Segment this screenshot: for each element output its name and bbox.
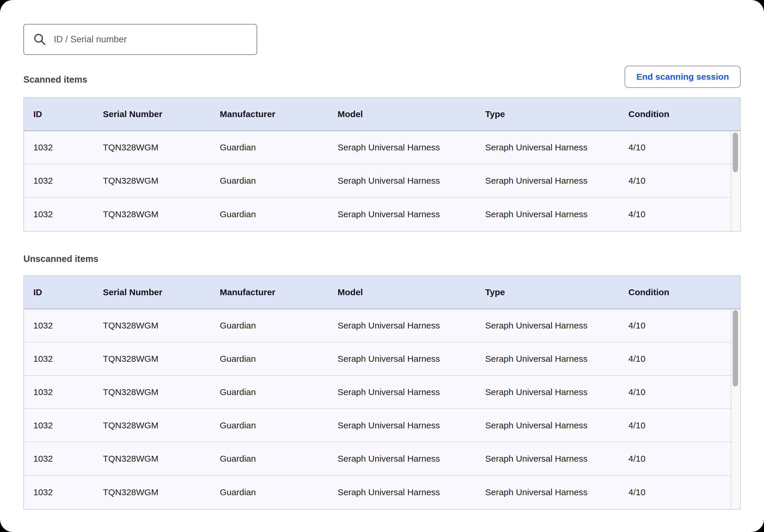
table-cell: 1032	[24, 421, 94, 430]
table-cell: TQN328WGM	[94, 387, 210, 397]
table-cell: Guardian	[210, 487, 328, 497]
scrollbar-thumb[interactable]	[733, 133, 738, 172]
table-cell: 4/10	[619, 354, 740, 364]
table-cell: TQN328WGM	[94, 176, 210, 186]
table-cell: Seraph Universal Harness	[328, 387, 476, 397]
column-header-condition: Condition	[619, 287, 740, 297]
table-cell: 4/10	[619, 321, 740, 331]
app-window: Scanned items End scanning session IDSer…	[0, 0, 764, 532]
table-cell: 4/10	[619, 421, 740, 430]
table-row[interactable]: 1032TQN328WGMGuardianSeraph Universal Ha…	[24, 164, 740, 198]
column-header-manufacturer: Manufacturer	[210, 109, 328, 119]
column-header-type: Type	[476, 109, 619, 119]
table-cell: 1032	[24, 176, 94, 186]
table-cell: 1032	[24, 387, 94, 397]
table-body: 1032TQN328WGMGuardianSeraph Universal Ha…	[24, 309, 740, 509]
table-cell: 1032	[24, 454, 94, 464]
table-cell: Seraph Universal Harness	[328, 176, 476, 186]
table-cell: Seraph Universal Harness	[328, 321, 476, 331]
table-cell: 1032	[24, 487, 94, 497]
table-cell: 4/10	[619, 209, 740, 219]
table-cell: Seraph Universal Harness	[476, 421, 619, 430]
unscanned-items-heading: Unscanned items	[23, 253, 98, 265]
scanned-items-heading: Scanned items	[23, 73, 88, 86]
table-cell: 1032	[24, 209, 94, 219]
table-header-row: IDSerial NumberManufacturerModelTypeCond…	[24, 98, 740, 131]
column-header-manufacturer: Manufacturer	[210, 287, 328, 297]
table-cell: Seraph Universal Harness	[328, 421, 476, 430]
table-cell: TQN328WGM	[94, 421, 210, 430]
column-header-condition: Condition	[619, 109, 740, 119]
table-row[interactable]: 1032TQN328WGMGuardianSeraph Universal Ha…	[24, 131, 740, 164]
scrollbar-track[interactable]	[731, 309, 740, 509]
scrollbar-thumb[interactable]	[733, 310, 738, 387]
table-cell: TQN328WGM	[94, 321, 210, 331]
table-row[interactable]: 1032TQN328WGMGuardianSeraph Universal Ha…	[24, 198, 740, 231]
column-header-serial-number: Serial Number	[94, 287, 210, 297]
table-cell: Seraph Universal Harness	[328, 454, 476, 464]
table-cell: 1032	[24, 143, 94, 152]
column-header-id: ID	[24, 287, 94, 297]
scanned-items-table: IDSerial NumberManufacturerModelTypeCond…	[23, 97, 741, 231]
table-row[interactable]: 1032TQN328WGMGuardianSeraph Universal Ha…	[24, 409, 740, 442]
table-cell: 1032	[24, 321, 94, 331]
table-cell: TQN328WGM	[94, 487, 210, 497]
end-scanning-session-button[interactable]: End scanning session	[625, 66, 741, 88]
table-cell: Seraph Universal Harness	[476, 321, 619, 331]
table-cell: Seraph Universal Harness	[476, 387, 619, 397]
table-cell: Guardian	[210, 421, 328, 430]
column-header-type: Type	[476, 287, 619, 297]
table-cell: Guardian	[210, 454, 328, 464]
table-cell: TQN328WGM	[94, 354, 210, 364]
table-cell: Guardian	[210, 354, 328, 364]
table-cell: TQN328WGM	[94, 143, 210, 152]
search-input-container	[23, 24, 257, 55]
table-cell: Seraph Universal Harness	[328, 354, 476, 364]
column-header-serial-number: Serial Number	[94, 109, 210, 119]
table-cell: Seraph Universal Harness	[476, 209, 619, 219]
unscanned-items-table: IDSerial NumberManufacturerModelTypeCond…	[23, 275, 741, 509]
column-header-model: Model	[328, 287, 476, 297]
table-cell: 4/10	[619, 487, 740, 497]
table-row[interactable]: 1032TQN328WGMGuardianSeraph Universal Ha…	[24, 342, 740, 376]
table-cell: Guardian	[210, 209, 328, 219]
table-cell: 4/10	[619, 143, 740, 152]
table-cell: Seraph Universal Harness	[476, 487, 619, 497]
search-icon	[33, 32, 47, 47]
table-header-row: IDSerial NumberManufacturerModelTypeCond…	[24, 276, 740, 309]
table-cell: Guardian	[210, 321, 328, 331]
table-cell: TQN328WGM	[94, 209, 210, 219]
table-cell: Seraph Universal Harness	[476, 143, 619, 152]
table-cell: Seraph Universal Harness	[476, 176, 619, 186]
column-header-id: ID	[24, 109, 94, 119]
table-cell: Seraph Universal Harness	[476, 454, 619, 464]
table-row[interactable]: 1032TQN328WGMGuardianSeraph Universal Ha…	[24, 309, 740, 342]
table-cell: 4/10	[619, 176, 740, 186]
table-cell: Guardian	[210, 176, 328, 186]
search-input[interactable]	[53, 34, 251, 45]
table-cell: Seraph Universal Harness	[328, 487, 476, 497]
table-cell: 4/10	[619, 387, 740, 397]
column-header-model: Model	[328, 109, 476, 119]
table-cell: Guardian	[210, 387, 328, 397]
table-cell: 4/10	[619, 454, 740, 464]
table-cell: Seraph Universal Harness	[328, 143, 476, 152]
table-cell: Seraph Universal Harness	[328, 209, 476, 219]
table-cell: Seraph Universal Harness	[476, 354, 619, 364]
table-row[interactable]: 1032TQN328WGMGuardianSeraph Universal Ha…	[24, 376, 740, 409]
table-row[interactable]: 1032TQN328WGMGuardianSeraph Universal Ha…	[24, 476, 740, 509]
scrollbar-track[interactable]	[731, 131, 740, 231]
table-body: 1032TQN328WGMGuardianSeraph Universal Ha…	[24, 131, 740, 231]
table-row[interactable]: 1032TQN328WGMGuardianSeraph Universal Ha…	[24, 442, 740, 476]
table-cell: Guardian	[210, 143, 328, 152]
table-cell: TQN328WGM	[94, 454, 210, 464]
table-cell: 1032	[24, 354, 94, 364]
